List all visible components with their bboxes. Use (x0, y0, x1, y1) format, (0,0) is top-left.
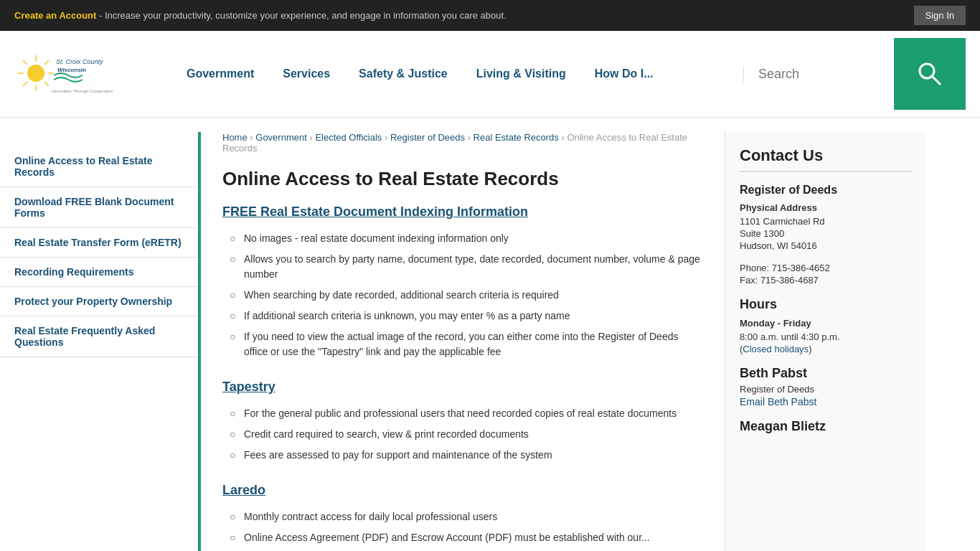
sidebar-item-recording[interactable]: Recording Requirements (0, 258, 198, 287)
hours-title: Hours (740, 297, 911, 312)
create-account-link[interactable]: Create an Account (14, 10, 96, 21)
laredo-section-title[interactable]: Laredo (222, 483, 703, 498)
svg-line-13 (932, 76, 941, 85)
person2-block: Meagan Blietz (740, 419, 911, 434)
contact-office: Register of Deeds Physical Address 1101 … (740, 184, 911, 251)
contact-sidebar: Contact Us Register of Deeds Physical Ad… (725, 132, 925, 551)
list-item: If additional search criteria is unknown… (230, 306, 703, 326)
contact-phone: Phone: 715-386-4652 (740, 263, 911, 273)
person1-title: Register of Deeds (740, 384, 911, 395)
breadcrumb-home[interactable]: Home (222, 132, 248, 143)
breadcrumb-register[interactable]: Register of Deeds (390, 132, 465, 143)
closed-holidays-link[interactable]: Closed holidays (743, 344, 809, 354)
list-item: Monthly contract access for daily local … (230, 507, 703, 527)
svg-line-5 (23, 60, 27, 65)
breadcrumb-real-estate[interactable]: Real Estate Records (473, 132, 559, 143)
list-item: Fees are assessed to pay for support and… (230, 445, 703, 466)
breadcrumb: Home › Government › Elected Officials › … (222, 132, 703, 154)
sidebar-item-transfer-form[interactable]: Real Estate Transfer Form (eRETR) (0, 228, 198, 258)
contact-office-name: Register of Deeds (740, 184, 911, 197)
tapestry-section-title[interactable]: Tapestry (222, 380, 703, 395)
tapestry-section: Tapestry For the general public and prof… (222, 380, 703, 466)
top-banner: Create an Account - Increase your produc… (0, 0, 980, 31)
search-input[interactable] (758, 67, 873, 82)
laredo-section-list: Monthly contract access for daily local … (222, 507, 703, 548)
sidebar: Online Access to Real Estate Records Dow… (0, 132, 201, 551)
page-layout: Online Access to Real Estate Records Dow… (0, 118, 980, 551)
banner-text: Create an Account - Increase your produc… (14, 10, 507, 21)
free-section: FREE Real Estate Document Indexing Infor… (222, 204, 703, 362)
contact-us-title: Contact Us (740, 146, 911, 172)
banner-message: - Increase your productivity, customize … (96, 10, 506, 21)
main-content: Home › Government › Elected Officials › … (201, 118, 725, 551)
list-item: Online Access Agreement (PDF) and Escrow… (230, 527, 703, 548)
svg-text:Innovation Through Cooperation: Innovation Through Cooperation (52, 89, 113, 93)
nav-how-do-i[interactable]: How Do I... (580, 60, 668, 88)
free-section-title[interactable]: FREE Real Estate Document Indexing Infor… (222, 204, 703, 220)
address-line1: 1101 Carmichael Rd (740, 216, 911, 227)
sidebar-item-faq[interactable]: Real Estate Frequently Asked Questions (0, 316, 198, 357)
logo-area: St. Croix County Wisconsin Innovation Th… (14, 48, 172, 100)
address-line3: Hudson, WI 54016 (740, 240, 911, 251)
physical-address-label: Physical Address (740, 202, 911, 213)
sidebar-item-protect[interactable]: Protect your Property Ownership (0, 287, 198, 316)
laredo-section: Laredo Monthly contract access for daily… (222, 483, 703, 548)
svg-text:Wisconsin: Wisconsin (57, 67, 86, 73)
hours-day: Monday - Friday (740, 318, 911, 329)
closed-holidays: (Closed holidays) (740, 344, 911, 354)
svg-line-8 (23, 82, 27, 86)
list-item: When searching by date recorded, additio… (230, 285, 703, 306)
contact-fax: Fax: 715-386-4687 (740, 275, 911, 286)
svg-line-7 (44, 60, 49, 65)
list-item: Allows you to search by party name, docu… (230, 249, 703, 285)
breadcrumb-sep-4: › (468, 132, 473, 143)
site-logo: St. Croix County Wisconsin Innovation Th… (14, 48, 158, 98)
address-line2: Suite 1300 (740, 228, 911, 239)
breadcrumb-elected[interactable]: Elected Officials (315, 132, 382, 143)
hours-time: 8:00 a.m. until 4:30 p.m. (740, 331, 911, 342)
search-button[interactable] (894, 38, 966, 110)
breadcrumb-sep-3: › (385, 132, 390, 143)
sidebar-item-download-forms[interactable]: Download FREE Blank Document Forms (0, 187, 198, 228)
hours-block: Hours Monday - Friday 8:00 a.m. until 4:… (740, 297, 911, 354)
free-section-list: No images - real estate document indexin… (222, 228, 703, 362)
sign-in-button[interactable]: Sign In (914, 6, 966, 25)
person1-name: Beth Pabst (740, 366, 911, 381)
search-area (743, 67, 887, 82)
sidebar-item-online-access[interactable]: Online Access to Real Estate Records (0, 146, 198, 187)
list-item: No images - real estate document indexin… (230, 228, 703, 249)
list-item: For the general public and professional … (230, 403, 703, 424)
tapestry-section-list: For the general public and professional … (222, 403, 703, 466)
contact-phone-block: Phone: 715-386-4652 Fax: 715-386-4687 (740, 263, 911, 286)
main-nav: Government Services Safety & Justice Liv… (172, 60, 743, 88)
site-header: St. Croix County Wisconsin Innovation Th… (0, 31, 980, 118)
page-title: Online Access to Real Estate Records (222, 168, 703, 190)
svg-text:St. Croix County: St. Croix County (56, 58, 103, 65)
person1-email-link[interactable]: Email Beth Pabst (740, 396, 816, 408)
nav-safety-justice[interactable]: Safety & Justice (344, 60, 462, 88)
nav-services[interactable]: Services (268, 60, 344, 88)
nav-living-visiting[interactable]: Living & Visiting (462, 60, 580, 88)
breadcrumb-government[interactable]: Government (255, 132, 307, 143)
list-item: If you need to view the actual image of … (230, 326, 703, 362)
person1-block: Beth Pabst Register of Deeds Email Beth … (740, 366, 911, 408)
search-icon (915, 60, 944, 88)
nav-government[interactable]: Government (172, 60, 268, 88)
svg-point-0 (27, 65, 44, 82)
svg-line-6 (44, 82, 49, 86)
list-item: Credit card required to search, view & p… (230, 424, 703, 445)
person2-name: Meagan Blietz (740, 419, 911, 434)
